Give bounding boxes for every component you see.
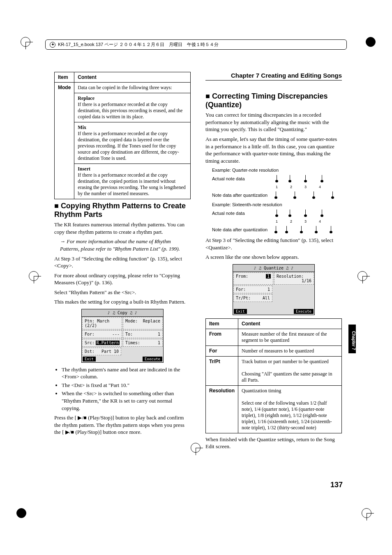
- reg-mark-ml: [29, 271, 39, 281]
- copy-for: For: ---: [82, 330, 122, 338]
- left-bul1: The rhythm pattern's name and beat are i…: [62, 366, 191, 380]
- side-chapter-tab: Chapter 7: [348, 325, 356, 353]
- qt-tr-l: Tr/Pt: [206, 356, 238, 385]
- play-stop-icon: ▶/■: [78, 415, 86, 421]
- mode-insert: Insert If there is a performance recorde…: [74, 164, 191, 199]
- copy-exit-btn: Exit: [83, 357, 96, 362]
- qt-h2: Content: [238, 318, 342, 329]
- diag-notes-after-2: [276, 226, 334, 233]
- diag-ex2: Example: Sixteenth-note resolution: [212, 202, 342, 207]
- qt-tr-c2: Choosing "All" quantizes the same passag…: [242, 371, 332, 383]
- qt-res-l: Resolution: [206, 385, 238, 433]
- left-p2: At Step 3 of "Selecting the editing func…: [54, 255, 191, 269]
- copy-screen: ♪ ♫ Copy ♫ ♪ Ptn: March (2/2) Mode: Repl…: [81, 309, 164, 363]
- mode-insert-title: Insert: [78, 166, 90, 172]
- mode-table-label: Mode: [55, 83, 74, 199]
- mode-mix-body: If there is a performance recorded at th…: [78, 131, 179, 161]
- qt-res-c2: Select one of the following values 1/2 (…: [242, 400, 332, 431]
- right-p4: A screen like the one shown below appear…: [205, 253, 342, 261]
- copy-exec-btn: Execute: [143, 357, 162, 362]
- diag-notes-before-2: [276, 210, 325, 217]
- quantize-diagram-sixteenth: Example: Sixteenth-note resolution Actua…: [212, 202, 342, 233]
- mode-replace-title: Replace: [78, 95, 95, 101]
- mode-replace: Replace If there is a performance record…: [74, 93, 191, 122]
- quantize-diagram-quarter: Example: Quarter-note resolution Actual …: [212, 168, 342, 199]
- section-quantize: ■ Correcting Timing Discrepancies (Quant…: [205, 92, 342, 109]
- copy-ptn: Ptn: March (2/2): [82, 317, 122, 329]
- left-p3: For more about ordinary copying, please …: [54, 272, 191, 286]
- left-p5: This makes the setting for copying a bui…: [54, 298, 191, 306]
- qt-for-l: For: [206, 345, 238, 356]
- section-copy-rhythm: ■ Copying Rhythm Patterns to Create Rhyt…: [54, 202, 191, 219]
- quantize-screen-title: ♪ ♫ Quantize ♫ ♪: [233, 265, 314, 272]
- qt-from-l: From: [206, 329, 238, 345]
- mode-mix: Mix If there is a performance recorded a…: [74, 122, 191, 164]
- right-p5: When finished with the Quantize settings…: [205, 436, 342, 450]
- quantize-screen: ♪ ♫ Quantize ♫ ♪ From: 1 Resolution: 1/1…: [233, 264, 315, 315]
- header-text: KR-17_15_e.book 137 ページ ２００４年１２月６日 月曜日 午…: [58, 41, 219, 48]
- diag-ticks-1: 1234: [276, 185, 342, 189]
- qz-exit-btn: Exit: [234, 309, 247, 314]
- right-p3: At Step 3 of "Selecting the editing func…: [205, 237, 342, 251]
- qz-for: For: 1: [233, 286, 272, 293]
- print-header-bar: ✦ KR-17_15_e.book 137 ページ ２００４年１２月６日 月曜日…: [45, 39, 347, 50]
- copy-screen-title: ♪ ♫ Copy ♫ ♪: [82, 309, 163, 317]
- section-bullet-icon: ■: [54, 202, 61, 210]
- copy-src: Src: R.Pattern: [82, 339, 122, 347]
- copy-mode: Mode: Replace: [123, 317, 163, 329]
- left-p6: Press the [ ▶/■ (Play/Stop)] button to p…: [54, 414, 191, 436]
- qt-h1: Item: [206, 318, 238, 329]
- qt-for-c: Number of measures to be quantized: [238, 345, 342, 356]
- diag-notes-before-1: [276, 175, 325, 182]
- diag-lab2: Note data after quantization: [212, 193, 276, 198]
- diag-lab1: Actual note data: [212, 176, 276, 181]
- left-column: Item Content Mode Data can be copied in …: [54, 72, 191, 453]
- qz-from: From: 1: [233, 272, 273, 285]
- left-bul2: The <Dst> is fixed at "Part 10.": [62, 382, 191, 389]
- left-p4: Select "Rhythm Pattern" as the <Src>.: [54, 289, 191, 296]
- section-bullet-icon-2: ■: [205, 92, 212, 100]
- diag-lab2b: Note data after quantization: [212, 227, 276, 232]
- page-number: 137: [330, 481, 343, 489]
- diag-ticks-2: 1234: [276, 219, 342, 223]
- qz-res: Resolution: 1/16: [274, 272, 314, 285]
- copy-times: Times: 1: [123, 339, 163, 347]
- mode-table-intro: Data can be copied in the following thre…: [74, 83, 191, 93]
- section-quantize-title: Correcting Timing Discrepancies (Quantiz…: [205, 92, 328, 109]
- left-bullet-list: The rhythm pattern's name and beat are i…: [54, 366, 191, 412]
- reg-mark-tl: [21, 37, 30, 47]
- mode-replace-body: If there is a performance recorded at th…: [78, 101, 182, 120]
- mode-mix-title: Mix: [78, 124, 86, 130]
- diag-notes-after-1: [276, 191, 336, 199]
- mode-table-h1: Item: [55, 72, 74, 83]
- right-p1: You can correct for timing discrepancies…: [205, 111, 342, 133]
- reg-mark-bl: [16, 508, 26, 518]
- copy-dst: Dst: Part 10: [82, 348, 121, 355]
- left-note1: → For more information about the name of…: [54, 238, 191, 252]
- qt-tr-c1: Track button or part number to be quanti…: [242, 359, 329, 364]
- mode-table: Item Content Mode Data can be copied in …: [54, 72, 191, 199]
- section-copy-rhythm-title: Copying Rhythm Patterns to Create Rhythm…: [54, 202, 186, 219]
- play-stop-icon-2: ▶/■: [65, 429, 74, 435]
- diag-ex1: Example: Quarter-note resolution: [212, 168, 342, 173]
- header-icon: ✦: [50, 42, 55, 48]
- diag-lab1b: Actual note data: [212, 211, 276, 216]
- copy-to: To: 1: [123, 330, 163, 338]
- left-bul3: When the <Src> is switched to something …: [62, 390, 191, 412]
- right-column: Chapter 7 Creating and Editing Songs ■ C…: [205, 72, 342, 453]
- qz-tr: Tr/Pt: All: [233, 294, 272, 302]
- qt-tr-c: Track button or part number to be quanti…: [238, 356, 342, 385]
- chapter-title: Chapter 7 Creating and Editing Songs: [205, 72, 342, 81]
- quantize-table: Item Content From Measure number of the …: [205, 318, 342, 433]
- mode-insert-body: If there is a performance recorded at th…: [78, 172, 185, 196]
- qz-exec-btn: Execute: [294, 309, 314, 314]
- reg-mark-mr: [357, 271, 367, 281]
- qt-from-c: Measure number of the first measure of t…: [238, 329, 342, 345]
- reg-mark-br: [362, 508, 371, 518]
- qt-res-c1: Quantization timing: [242, 388, 281, 394]
- qt-res-c: Quantization timing Select one of the fo…: [238, 385, 342, 433]
- mode-table-h2: Content: [74, 72, 191, 83]
- left-p1: The KR features numerous internal rhythm…: [54, 221, 191, 235]
- right-p2: As an example, let's say that the timing…: [205, 136, 342, 164]
- page-content: Item Content Mode Data can be copied in …: [54, 72, 342, 453]
